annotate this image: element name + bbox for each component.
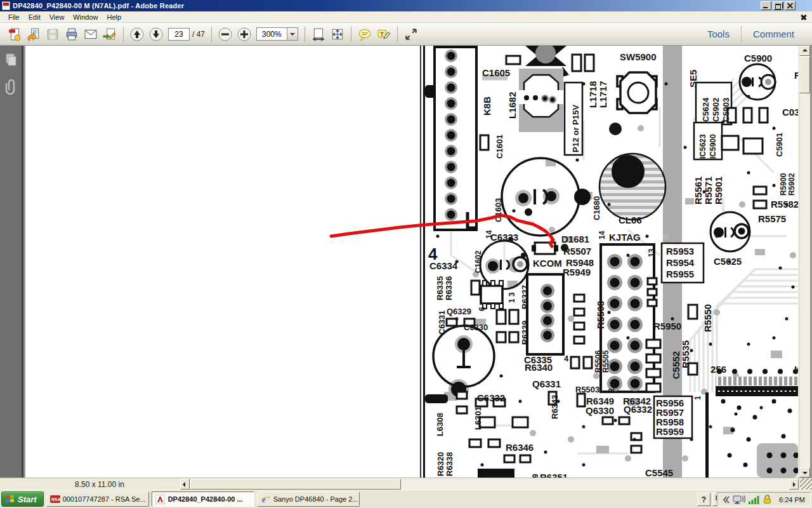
red-annotation-line [331, 215, 553, 246]
pcb-label: L1682 [507, 91, 518, 119]
adobe-reader-window: DP42840_P42840-00 M (N7AL).pdf - Adobe R… [0, 0, 812, 508]
pcb-label: R6336 [444, 276, 454, 300]
fit-page-icon[interactable] [329, 26, 346, 43]
vertical-scrollbar[interactable] [799, 46, 810, 478]
adobe-pdf-icon [155, 495, 166, 504]
pcb-label: Q6330 [586, 405, 614, 416]
zoom-level-value: 300% [257, 30, 287, 39]
scroll-right-button[interactable] [789, 479, 799, 490]
svg-text:T: T [380, 30, 384, 37]
view-mode-group [309, 26, 347, 43]
pcb-label: Q6329 [447, 307, 471, 316]
pcb-label: R5953 [666, 246, 694, 257]
pin-header-connector [435, 47, 477, 230]
print-icon[interactable] [63, 26, 80, 43]
pcb-label: C5902 [711, 98, 721, 122]
clock[interactable]: 6:24 PM [779, 496, 805, 504]
taskbar-task-internet-explorer[interactable]: eSanyo DP46840 - Page 2... [257, 491, 360, 507]
horizontal-scrollbar[interactable] [190, 478, 799, 490]
horizontal-scrollbar-thumb[interactable] [190, 479, 401, 490]
vertical-scrollbar-thumb[interactable] [799, 57, 810, 93]
taskbar: Start RSA000107747287 - RSA Se...DP42840… [0, 490, 812, 508]
network-display-icon[interactable] [733, 494, 745, 505]
pcb-label: C5545 [645, 467, 673, 478]
pcb-label: C5903 [721, 98, 731, 122]
tools-panel-button[interactable]: Tools [696, 29, 741, 39]
signal-bars-icon[interactable] [748, 494, 759, 505]
scroll-left-button[interactable] [180, 479, 190, 490]
page-nav-group [128, 26, 166, 43]
pcb-label: R5508 [595, 301, 606, 329]
zoom-in-icon[interactable] [236, 26, 252, 43]
comment-panel-button[interactable]: Comment [742, 29, 806, 39]
page-up-icon[interactable] [129, 26, 145, 43]
page-number-input[interactable] [168, 28, 190, 41]
email-icon[interactable] [82, 26, 99, 43]
pcb-label: C5624 [701, 97, 710, 122]
scroll-up-button[interactable] [799, 46, 810, 56]
task-label: Sanyo DP46840 - Page 2... [273, 495, 358, 503]
restore-button[interactable] [773, 1, 783, 10]
page-down-icon[interactable] [148, 26, 164, 43]
minimize-button[interactable] [761, 1, 771, 10]
zoom-level-select[interactable]: 300% [256, 27, 298, 41]
pages-panel-icon[interactable] [2, 51, 20, 69]
system-tray: 6:24 PM [717, 492, 811, 507]
pcb-label: R5901 [713, 177, 724, 204]
paperclip-icon[interactable] [2, 77, 20, 95]
scroll-down-button[interactable] [799, 467, 810, 478]
create-pdf-icon[interactable] [6, 26, 23, 43]
document-close-icon[interactable] [800, 13, 808, 22]
pcb-label: R5505 [601, 350, 610, 373]
menu-window[interactable]: Window [69, 12, 102, 22]
pcb-label: R5902 [787, 173, 796, 196]
pcb-label: IC5900 [709, 134, 717, 159]
collapse-chevrons-icon[interactable] [721, 494, 730, 505]
comment-tool-group: T [355, 26, 393, 43]
scroll-mode-icon[interactable] [310, 26, 327, 43]
security-lock-icon[interactable] [762, 494, 773, 505]
pcb-label: K8B [481, 97, 492, 116]
status-bar: 8.50 x 11.00 in [0, 478, 812, 490]
fullscreen-icon[interactable] [403, 26, 419, 43]
pcb-diagram: C1605SW5900C5900R5C03R5582R5575C5625CL06… [419, 46, 798, 478]
pcb-label: L6301 [473, 406, 483, 430]
task-label: DP42840_P42840-00 ... [168, 495, 243, 503]
sticky-note-icon[interactable] [357, 26, 373, 43]
open-file-icon[interactable] [25, 26, 42, 43]
pcb-label: 1 [693, 396, 702, 400]
pcb-label: R6337 [520, 285, 530, 309]
sign-icon[interactable] [102, 26, 118, 43]
switch-SW5900 [617, 72, 657, 113]
pcb-label: C1680 [592, 196, 601, 220]
navigation-pane [0, 46, 23, 478]
pcb-label: SW5900 [620, 51, 657, 62]
save-icon[interactable] [44, 26, 61, 43]
close-button[interactable] [785, 1, 796, 10]
chevron-down-icon[interactable] [287, 28, 298, 40]
pcb-label: R5575 [758, 213, 786, 224]
menu-file[interactable]: File [4, 12, 24, 22]
pcb-label: KJTAG [609, 232, 641, 243]
menu-help[interactable]: Help [102, 12, 126, 22]
pcb-label: R5582 [771, 199, 798, 210]
pcb-label: R6351 [540, 472, 568, 478]
pcb-label: L6308 [435, 413, 445, 436]
menu-edit[interactable]: Edit [24, 12, 45, 22]
start-button[interactable]: Start [1, 491, 44, 507]
taskbar-task-rsa[interactable]: RSA000107747287 - RSA Se... [46, 491, 149, 507]
toolbar-separator [211, 27, 212, 42]
menu-view[interactable]: View [45, 12, 69, 22]
pcb-label: 13 [647, 248, 656, 257]
resize-grip[interactable] [800, 478, 812, 490]
pcb-label: Q6331 [532, 378, 561, 389]
zoom-out-icon[interactable] [217, 26, 233, 43]
menu-bar: FileEditViewWindowHelp [0, 11, 812, 23]
taskbar-task-adobe-pdf[interactable]: DP42840_P42840-00 ... [152, 491, 254, 507]
highlight-text-icon[interactable]: T [376, 26, 392, 43]
pcb-label: R5571 [703, 177, 714, 204]
pcb-label: C5901 [775, 133, 784, 157]
start-label: Start [18, 495, 37, 504]
sot-ic [481, 281, 503, 309]
help-button[interactable]: ? [697, 493, 710, 506]
